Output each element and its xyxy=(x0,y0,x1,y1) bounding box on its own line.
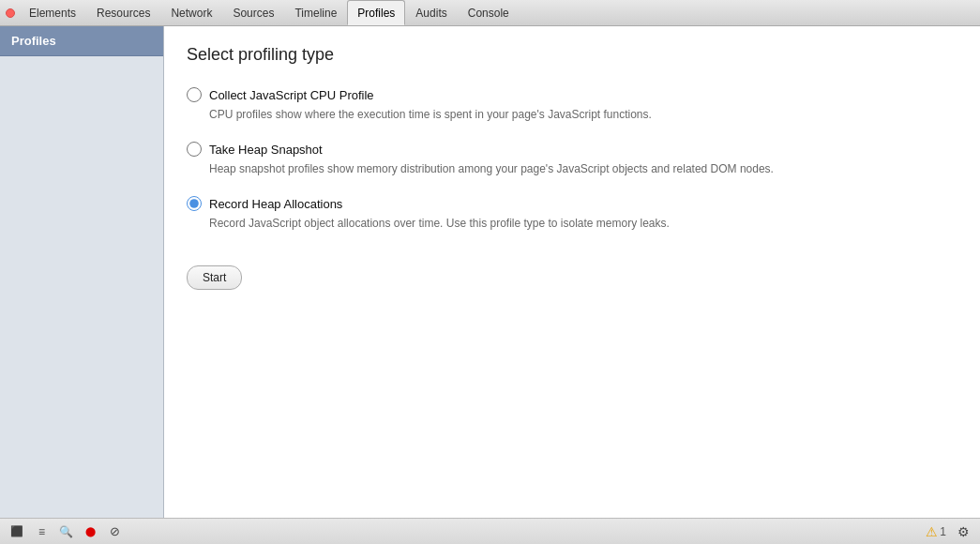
warning-icon: ⚠ xyxy=(926,524,938,539)
page-title: Select profiling type xyxy=(187,45,957,65)
tab-audits[interactable]: Audits xyxy=(405,0,457,25)
start-button[interactable]: Start xyxy=(187,265,242,290)
dock-icon: ⬛ xyxy=(10,525,23,537)
option-heap-snapshot: Take Heap Snapshot Heap snapshot profile… xyxy=(187,142,957,177)
option-cpu-row: Collect JavaScript CPU Profile xyxy=(187,87,957,102)
main-layout: Profiles Select profiling type Collect J… xyxy=(0,26,980,518)
settings-button[interactable]: ⚙ xyxy=(952,522,974,541)
option-heap-snapshot-row: Take Heap Snapshot xyxy=(187,142,957,157)
tab-profiles[interactable]: Profiles xyxy=(347,0,405,25)
sidebar-content xyxy=(0,56,163,518)
radio-cpu[interactable] xyxy=(187,87,202,102)
multiline-button[interactable]: ≡ xyxy=(30,522,53,541)
record-button[interactable]: ⬤ xyxy=(79,522,101,541)
tab-elements[interactable]: Elements xyxy=(19,0,86,25)
option-cpu-label[interactable]: Collect JavaScript CPU Profile xyxy=(209,88,374,102)
option-heap-snapshot-desc: Heap snapshot profiles show memory distr… xyxy=(209,160,957,177)
tab-sources[interactable]: Sources xyxy=(222,0,284,25)
radio-heap-snapshot[interactable] xyxy=(187,142,202,157)
bottom-toolbar: ⬛ ≡ 🔍 ⬤ ⊘ ⚠ 1 ⚙ xyxy=(0,518,980,544)
tab-network[interactable]: Network xyxy=(160,0,222,25)
search-button[interactable]: 🔍 xyxy=(54,522,77,541)
window-controls xyxy=(2,8,19,18)
radio-heap-alloc[interactable] xyxy=(187,196,202,211)
option-heap-alloc-desc: Record JavaScript object allocations ove… xyxy=(209,215,957,232)
option-cpu-desc: CPU profiles show where the execution ti… xyxy=(209,106,957,123)
content-area: Select profiling type Collect JavaScript… xyxy=(164,26,980,518)
option-heap-snapshot-label[interactable]: Take Heap Snapshot xyxy=(209,143,323,157)
dock-button[interactable]: ⬛ xyxy=(6,522,28,541)
gear-icon: ⚙ xyxy=(957,524,970,539)
option-heap-alloc-label[interactable]: Record Heap Allocations xyxy=(209,197,342,211)
option-heap-alloc: Record Heap Allocations Record JavaScrip… xyxy=(187,196,957,232)
warning-badge: ⚠ 1 xyxy=(926,524,946,539)
record-icon: ⬤ xyxy=(85,526,96,536)
tab-bar: Elements Resources Network Sources Timel… xyxy=(0,0,980,26)
tab-console[interactable]: Console xyxy=(458,0,520,25)
clear-button[interactable]: ⊘ xyxy=(103,522,126,541)
option-cpu: Collect JavaScript CPU Profile CPU profi… xyxy=(187,87,957,123)
close-button[interactable] xyxy=(6,8,15,18)
tab-timeline[interactable]: Timeline xyxy=(284,0,347,25)
tab-resources[interactable]: Resources xyxy=(86,0,160,25)
clear-icon: ⊘ xyxy=(110,524,120,538)
sidebar-header: Profiles xyxy=(0,26,163,56)
multiline-icon: ≡ xyxy=(38,525,44,538)
warning-count: 1 xyxy=(940,525,946,538)
search-icon: 🔍 xyxy=(59,525,73,538)
sidebar: Profiles xyxy=(0,26,164,518)
option-heap-alloc-row: Record Heap Allocations xyxy=(187,196,957,211)
